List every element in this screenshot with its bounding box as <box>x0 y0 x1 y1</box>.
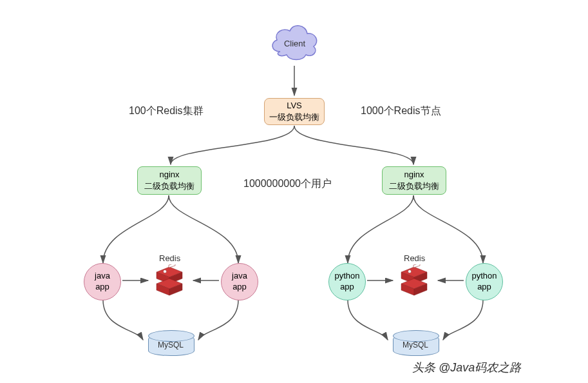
java-right-line2: app <box>232 282 247 293</box>
mysql-right-label: MySQL <box>393 340 438 349</box>
python-left-line2: app <box>340 282 354 293</box>
svg-rect-3 <box>413 264 420 268</box>
redis-left-label: Redis <box>159 253 180 263</box>
client-cloud: Client <box>267 19 322 64</box>
java-right-node: java app <box>221 263 258 300</box>
svg-point-0 <box>164 270 167 273</box>
nginx-right-node: nginx 二级负载均衡 <box>382 166 446 195</box>
python-right-node: python app <box>466 263 503 300</box>
client-label: Client <box>267 39 322 48</box>
nginx-right-line2: 二级负载均衡 <box>389 181 439 192</box>
nginx-left-line2: 二级负载均衡 <box>144 181 194 192</box>
redis-right-icon <box>398 264 430 297</box>
java-right-line1: java <box>232 271 247 282</box>
annotation-left: 100个Redis集群 <box>129 104 204 118</box>
python-right-line1: python <box>471 271 497 282</box>
python-left-line1: python <box>334 271 359 282</box>
nginx-right-line1: nginx <box>404 169 424 181</box>
annotation-right: 1000个Redis节点 <box>361 104 441 118</box>
lvs-line1: LVS <box>287 100 302 112</box>
python-left-node: python app <box>328 263 366 300</box>
java-left-node: java app <box>84 263 121 300</box>
svg-point-2 <box>408 270 412 273</box>
java-left-line1: java <box>95 271 110 282</box>
annotation-center: 1000000000个用户 <box>243 177 332 191</box>
redis-right-label: Redis <box>404 253 425 263</box>
nginx-left-line1: nginx <box>159 169 179 181</box>
mysql-left-label: MySQL <box>148 340 193 349</box>
lvs-line2: 一级负载均衡 <box>269 112 319 123</box>
java-left-line2: app <box>95 282 109 293</box>
mysql-left-node: MySQL <box>148 330 193 356</box>
watermark-text: 头条 @Java码农之路 <box>412 360 521 375</box>
nginx-left-node: nginx 二级负载均衡 <box>137 166 202 195</box>
python-right-line2: app <box>477 282 491 293</box>
lvs-node: LVS 一级负载均衡 <box>264 98 325 125</box>
mysql-right-node: MySQL <box>393 330 438 356</box>
svg-rect-1 <box>169 264 175 268</box>
redis-left-icon <box>153 264 185 297</box>
